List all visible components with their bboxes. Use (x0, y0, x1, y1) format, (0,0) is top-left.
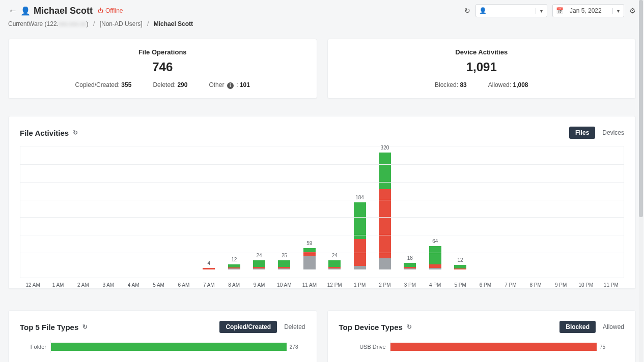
stat-row: File Operations 746 Copied/Created: 355 … (8, 39, 636, 99)
user-picker-icon: 👤 (476, 7, 490, 14)
back-arrow-icon[interactable]: ← (8, 6, 17, 16)
page-scrollbar[interactable] (639, 0, 643, 362)
page-title: Michael Scott (34, 6, 93, 16)
breadcrumb-current: Michael Scott (154, 20, 193, 27)
hchart-row: Folder278 (20, 340, 305, 353)
chart-bar[interactable] (429, 246, 441, 269)
chart-column: 12 (221, 146, 246, 269)
status-badge: ⏻ Offline (98, 7, 123, 14)
chart-bar[interactable] (203, 268, 215, 269)
x-axis-label: 7 AM (197, 282, 221, 288)
chart-column: 24 (322, 146, 347, 269)
scrollbar-thumb[interactable] (639, 0, 643, 217)
user-icon: 👤 (20, 6, 31, 16)
other-stat: Other i : 101 (209, 81, 249, 89)
tab-files[interactable]: Files (569, 127, 595, 139)
hchart-bar[interactable] (390, 343, 597, 351)
file-activities-chart: 41224255924184320186412 12 AM1 AM2 AM3 A… (20, 146, 624, 278)
breadcrumb-sep: / (147, 20, 149, 27)
refresh-icon[interactable]: ↻ (407, 323, 412, 330)
bar-segment-gray (228, 268, 240, 269)
chart-column (548, 146, 573, 269)
chart-column: 184 (347, 146, 372, 269)
chart-column (146, 146, 171, 269)
chart-column (96, 146, 121, 269)
chart-bar[interactable] (253, 260, 265, 269)
tab-devices[interactable]: Devices (602, 129, 624, 136)
x-axis-label: 2 PM (372, 282, 397, 288)
chart-bar[interactable] (328, 260, 341, 269)
tab-blocked[interactable]: Blocked (559, 321, 596, 333)
card-value: 1,091 (336, 60, 628, 74)
chart-column (20, 146, 45, 269)
calendar-icon: 📅 (553, 7, 567, 14)
chevron-down-icon[interactable]: ▾ (612, 8, 624, 14)
x-axis-label: 11 AM (297, 282, 322, 288)
chart-bar[interactable] (354, 202, 366, 269)
deleted-stat: Deleted: 290 (153, 81, 187, 89)
x-axis-label: 6 AM (171, 282, 196, 288)
tab-allowed[interactable]: Allowed (603, 323, 624, 330)
gear-icon[interactable]: ⚙ (629, 7, 636, 15)
x-axis-label: 8 AM (221, 282, 246, 288)
date-picker[interactable]: 📅 Jan 5, 2022 ▾ (552, 4, 624, 17)
bar-segment-gray (429, 268, 441, 269)
breadcrumb: CurrentWare (122.xxx.xxx.xx) / [Non-AD U… (8, 20, 636, 27)
bar-value-label: 59 (306, 240, 312, 246)
bar-segment-gray (253, 268, 265, 269)
bar-segment-green (429, 246, 441, 264)
x-axis-label: 9 AM (246, 282, 271, 288)
panel-title: Top 5 File Types (20, 323, 78, 331)
bar-segment-red (429, 264, 441, 268)
hchart-track: 75 (390, 340, 625, 353)
x-axis-label: 6 PM (473, 282, 498, 288)
x-axis-label: 10 AM (272, 282, 297, 288)
top-device-types-chart: USB Drive75 (339, 340, 625, 353)
chart-gridline (20, 253, 624, 253)
chart-bar[interactable] (379, 153, 391, 269)
x-axis-label: 2 AM (71, 282, 96, 288)
x-axis-label: 7 PM (498, 282, 523, 288)
refresh-icon[interactable]: ↻ (73, 129, 78, 136)
bottom-row: Top 5 File Types ↻ Copied/Created Delete… (8, 310, 636, 362)
x-axis-label: 8 PM (523, 282, 548, 288)
breadcrumb-group[interactable]: [Non-AD Users] (100, 20, 143, 27)
tab-deleted[interactable]: Deleted (284, 323, 305, 330)
chart-gridline (20, 182, 624, 183)
bar-segment-green (328, 260, 341, 267)
x-axis-label: 11 PM (599, 282, 624, 288)
bar-value-label: 18 (407, 255, 413, 261)
x-axis-label: 5 AM (146, 282, 171, 288)
info-icon[interactable]: i (227, 82, 234, 89)
bar-segment-gray (379, 258, 391, 269)
chart-bar[interactable] (228, 264, 240, 269)
chevron-down-icon[interactable]: ▾ (536, 8, 547, 14)
refresh-icon[interactable]: ↻ (82, 323, 88, 330)
tab-copied-created[interactable]: Copied/Created (219, 321, 277, 333)
chart-bar[interactable] (278, 260, 290, 269)
panel-title: Top Device Types (339, 323, 403, 331)
chart-column (45, 146, 70, 269)
chart-column (71, 146, 96, 269)
chart-column: 24 (246, 146, 271, 269)
bar-segment-green (379, 153, 391, 189)
chart-bar[interactable] (454, 265, 466, 269)
chart-column: 4 (197, 146, 221, 269)
breadcrumb-root[interactable]: CurrentWare (122.xxx.xxx.xx) (8, 20, 89, 27)
chart-gridline (20, 217, 624, 218)
chart-bar[interactable] (303, 248, 316, 269)
chart-bar[interactable] (404, 263, 416, 269)
bar-value-label: 12 (458, 257, 463, 263)
chart-column: 12 (447, 146, 472, 269)
user-picker[interactable]: 👤 ▾ (475, 4, 547, 17)
refresh-icon[interactable]: ↻ (464, 7, 470, 15)
device-activities-card: Device Activities 1,091 Blocked: 83 Allo… (327, 39, 636, 99)
blocked-stat: Blocked: 83 (435, 81, 467, 88)
x-axis-label: 4 PM (423, 282, 447, 288)
hchart-bar[interactable] (51, 343, 287, 351)
bar-segment-gray (354, 266, 366, 269)
x-axis-label: 3 PM (398, 282, 423, 288)
chart-column: 64 (423, 146, 447, 269)
x-axis-label: 9 PM (548, 282, 573, 288)
bar-value-label: 24 (332, 253, 338, 258)
